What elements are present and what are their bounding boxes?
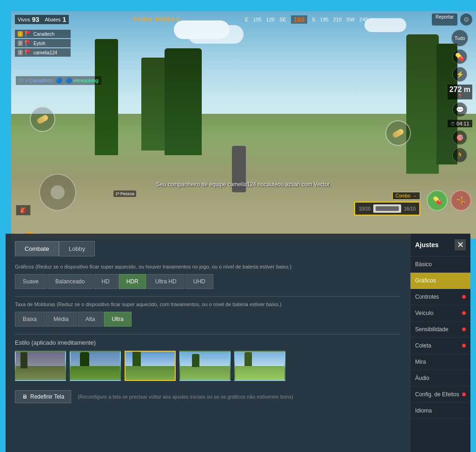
member-num-2: 2	[18, 40, 23, 46]
sprint-icon[interactable]: 🏃	[452, 148, 467, 163]
sidebar-label-basico: Básico	[415, 261, 432, 268]
sidebar-item-config-efeitos[interactable]: Config. de Efeitos	[410, 386, 470, 403]
compass-e: E	[245, 17, 248, 22]
sidebar-item-coleta[interactable]: Coleta	[410, 338, 470, 354]
center-message: Seu companheiro de equipe camelia124 noc…	[156, 181, 331, 188]
graphics-label: Gráficos (Reduz se o dispositivo ficar s…	[15, 264, 401, 269]
member-num-1: 1	[18, 31, 23, 37]
combo-label: Combo	[396, 193, 410, 198]
vivos-label: Vivos	[18, 17, 30, 22]
style-thumb-3[interactable]	[125, 351, 176, 381]
fps-baixa[interactable]: Baixa	[15, 312, 45, 327]
view-mode-badge: 1ª Pessoa	[113, 190, 136, 197]
sidebar-item-controles[interactable]: Controles	[410, 289, 470, 305]
style-thumb-4[interactable]	[179, 351, 231, 381]
style-thumb-1[interactable]	[15, 351, 66, 381]
graphics-suave[interactable]: Suave	[15, 274, 46, 289]
tab-lobby[interactable]: Lobby	[59, 241, 95, 256]
kill-feed: 🛡 ✓Canaltech 🔵 🔵 ekrepuking	[16, 76, 101, 85]
sidebar-label-coleta: Coleta	[415, 342, 431, 349]
fps-alta[interactable]: Alta	[78, 312, 103, 327]
combo-box: Combo →	[392, 192, 420, 200]
inventory-btn[interactable]: 🎒	[16, 205, 31, 216]
style-thumb-5[interactable]	[234, 351, 285, 381]
settings-panel: Combate Lobby Gráficos (Reduz se o dispo…	[6, 234, 470, 452]
compass-highlight: 160	[291, 15, 307, 24]
member-flag-1: 🚩	[25, 31, 32, 37]
graphics-ultrahd[interactable]: Ultra HD	[147, 274, 185, 289]
sidebar-label-controles: Controles	[415, 294, 439, 300]
fps-media[interactable]: Média	[46, 312, 77, 327]
prone-btn[interactable]: 🤸	[450, 190, 471, 211]
member-name-2: Eytoh	[33, 41, 46, 46]
bullet-circle-right[interactable]	[385, 120, 411, 146]
compass-210: 210	[333, 17, 342, 22]
team-list: 1 🚩 Canaltech 2 🚩 Eytoh 3 🚩 camelia124	[15, 30, 71, 57]
chat-icon[interactable]: 💬	[452, 102, 467, 117]
tudo-btn[interactable]: Tudo	[451, 30, 468, 46]
top-right-btns: Reportar ⚙	[432, 13, 472, 26]
joystick[interactable]	[39, 174, 76, 211]
graphics-balanceado[interactable]: Balanceado	[47, 274, 93, 289]
thumb-3-tree	[132, 351, 141, 366]
member-flag-3: 🚩	[25, 49, 32, 56]
distance-value: 272 m	[450, 85, 470, 94]
distance-icon: 📍	[450, 94, 470, 98]
bullet-circle-left[interactable]	[30, 106, 55, 132]
config-efeitos-dot	[462, 393, 466, 396]
joystick-inner	[51, 185, 65, 199]
compass-195: 195	[320, 17, 328, 22]
controles-dot	[462, 295, 466, 299]
settings-sidebar: Ajustes ✕ Básico Gráficos Controles Veíc…	[410, 234, 470, 452]
compass-e-val: 105	[253, 17, 261, 22]
graphics-options: Suave Balanceado HD HDR Ultra HD UHD	[15, 274, 401, 289]
thumb-5-sky	[235, 352, 284, 366]
sidebar-item-idioma[interactable]: Idioma	[410, 403, 470, 419]
abates-label: Abates	[45, 17, 60, 22]
location-icon[interactable]: 🎯	[452, 130, 467, 145]
reset-icon: 🖥	[22, 393, 27, 400]
compass-se: SE	[279, 17, 286, 22]
sidebar-label-idioma: Idioma	[415, 407, 432, 414]
timer-icon: ⏱	[450, 121, 455, 126]
graphics-hdr[interactable]: HDR	[119, 274, 146, 289]
close-button[interactable]: ✕	[455, 239, 466, 250]
thumb-4-tree	[192, 354, 199, 367]
style-thumb-2[interactable]	[70, 351, 121, 381]
revive-btn[interactable]: 💊	[427, 190, 448, 211]
sidebar-label-mira: Mira	[415, 359, 426, 365]
energy-icon[interactable]: ⚡	[452, 67, 467, 82]
veiculo-dot	[462, 311, 466, 315]
reset-btn-label: Redefinir Tela	[30, 393, 64, 400]
sidebar-item-mira[interactable]: Mira	[410, 354, 470, 370]
thumb-1-tree	[20, 352, 27, 368]
report-btn[interactable]: Reportar	[432, 13, 457, 26]
settings-gear-icon[interactable]: ⚙	[460, 13, 472, 26]
sidebar-item-sensibilidade[interactable]: Sensibilidade	[410, 321, 470, 338]
reset-screen-button[interactable]: 🖥 Redefinir Tela	[15, 390, 71, 403]
sidebar-item-basico[interactable]: Básico	[410, 256, 470, 273]
tab-combate[interactable]: Combate	[15, 241, 59, 256]
hud-top-left: Vivos 93 Abates 1	[15, 15, 69, 24]
vivos-box: Vivos 93 Abates 1	[15, 15, 69, 24]
team-member-1: 1 🚩 Canaltech	[15, 30, 71, 38]
sidebar-label-audio: Áudio	[415, 375, 430, 381]
graphics-hd[interactable]: HD	[93, 274, 117, 289]
hud-top: Vivos 93 Abates 1 PUBG MOBILE E 105 120 …	[11, 11, 476, 27]
style-thumbnails	[15, 351, 401, 381]
bottom-action-bar: 🖥 Redefinir Tela (Reconfigure a tela se …	[15, 390, 401, 403]
team-member-3: 3 🚩 camelia124	[15, 48, 71, 57]
sidebar-item-graficos[interactable]: Gráficos	[410, 273, 470, 289]
kill-message: 🛡 ✓Canaltech 🔵 🔵 ekrepuking	[16, 76, 101, 85]
settings-main: Combate Lobby Gráficos (Reduz se o dispo…	[6, 234, 410, 452]
graphics-uhd[interactable]: UHD	[185, 274, 213, 289]
sidebar-header: Ajustes ✕	[410, 234, 470, 256]
medkit-icon[interactable]: 💊	[452, 49, 467, 64]
tree-2	[165, 48, 202, 155]
fps-ultra[interactable]: Ultra	[104, 312, 131, 327]
sidebar-item-audio[interactable]: Áudio	[410, 370, 470, 386]
sidebar-item-veiculo[interactable]: Veículo	[410, 305, 470, 321]
bullet-icon-left	[36, 114, 49, 124]
tree-4	[406, 34, 439, 174]
weapon-shape	[376, 206, 399, 211]
